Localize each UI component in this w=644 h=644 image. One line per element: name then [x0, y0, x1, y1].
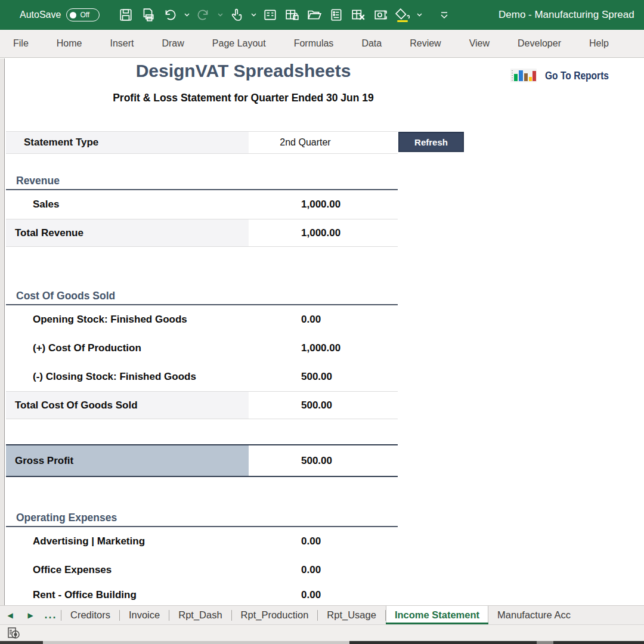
row-label: Rent - Office Building	[33, 589, 137, 601]
row-divider	[6, 419, 398, 419]
sheet-tab-rpt-usage[interactable]: Rpt_Usage	[318, 606, 385, 624]
row-label: Gross Profit	[15, 455, 73, 467]
ribbon-tab-bar: File Home Insert Draw Page Layout Formul…	[0, 30, 644, 58]
statement-row-gross-profit[interactable]: Gross Profit 500.00	[6, 445, 398, 476]
insert-object-icon[interactable]	[371, 6, 389, 24]
touch-mode-icon[interactable]	[228, 6, 246, 24]
row-value: 0.00	[301, 589, 321, 601]
sheet-tab-income-statement[interactable]: Income Statement	[386, 606, 488, 624]
row-label: Total Revenue	[15, 227, 83, 239]
bar-chart-icon	[510, 67, 537, 83]
report-subtitle: Profit & Loss Statement for Quarter Ende…	[72, 92, 415, 104]
quick-access-toolbar	[117, 0, 453, 30]
row-label: Opening Stock: Finished Goods	[33, 314, 187, 326]
row-value: 1,000.00	[301, 199, 340, 210]
gross-profit-bottom-border	[6, 476, 398, 477]
autosave-label: AutoSave	[20, 10, 61, 20]
ribbon-tab-formulas[interactable]: Formulas	[294, 38, 334, 49]
section-heading-revenue: Revenue	[16, 175, 60, 187]
statement-type-row: Statement Type 2nd Quarter	[6, 131, 398, 154]
tab-scroll-right-icon[interactable]: ▶	[20, 606, 41, 624]
statement-row-advertising[interactable]: Advertising | Marketing 0.00	[6, 527, 398, 556]
macro-record-icon[interactable]	[7, 627, 21, 642]
row-value: 0.00	[301, 314, 321, 326]
autosave-state: Off	[80, 11, 89, 19]
form-view-icon[interactable]	[261, 6, 279, 24]
statement-row-rent[interactable]: Rent - Office Building 0.00	[6, 584, 398, 606]
undo-icon[interactable]	[161, 6, 179, 24]
row-label: Sales	[33, 199, 59, 210]
status-bar	[0, 624, 644, 641]
statement-row-total-revenue[interactable]: Total Revenue 1,000.00	[6, 219, 398, 246]
go-to-reports-link[interactable]: Go To Reports	[510, 67, 623, 83]
ribbon-tab-view[interactable]: View	[469, 38, 490, 49]
customize-toolbar-icon[interactable]	[435, 6, 453, 24]
tab-scroll-left-icon[interactable]: ◀	[0, 606, 20, 624]
ribbon-tab-draw[interactable]: Draw	[162, 38, 184, 49]
redo-icon	[194, 6, 212, 24]
ribbon-tab-home[interactable]: Home	[57, 38, 82, 49]
properties-icon[interactable]	[327, 6, 345, 24]
row-value: 1,000.00	[301, 227, 340, 239]
statement-type-value[interactable]: 2nd Quarter	[249, 132, 362, 153]
go-to-reports-label: Go To Reports	[545, 69, 609, 82]
document-title: Demo - Manufacturing Spread	[499, 0, 634, 30]
ribbon-tab-developer[interactable]: Developer	[518, 38, 561, 49]
bottom-edge	[0, 641, 644, 644]
row-label: Total Cost Of Goods Sold	[15, 400, 138, 411]
touch-mode-dropdown-icon[interactable]	[250, 13, 257, 17]
autosave-toggle[interactable]: AutoSave Off	[20, 0, 100, 30]
delete-table-icon[interactable]	[349, 6, 367, 24]
ribbon-tab-page-layout[interactable]: Page Layout	[212, 38, 266, 49]
statement-row-sales[interactable]: Sales 1,000.00	[6, 190, 398, 219]
undo-dropdown-icon[interactable]	[183, 13, 190, 17]
ribbon-tab-review[interactable]: Review	[410, 38, 441, 49]
row-value: 500.00	[301, 400, 332, 411]
excel-window: AutoSave Off	[0, 0, 644, 644]
refresh-button[interactable]: Refresh	[398, 132, 464, 152]
row-label: Advertising | Marketing	[33, 535, 145, 547]
row-label: (-) Closing Stock: Finished Goods	[33, 371, 196, 383]
open-file-icon[interactable]	[305, 6, 323, 24]
section-heading-cogs: Cost Of Goods Sold	[16, 290, 115, 302]
statement-type-cell: Statement Type	[6, 132, 249, 153]
row-label: (+) Cost Of Production	[33, 342, 141, 354]
toggle-knob	[70, 12, 76, 18]
statement-row-opening-stock[interactable]: Opening Stock: Finished Goods 0.00	[6, 305, 398, 334]
protect-sheet-icon[interactable]	[283, 6, 301, 24]
section-heading-opex: Operating Expenses	[16, 512, 117, 524]
sheet-left-edge	[0, 58, 5, 605]
sheet-tab-creditors[interactable]: Creditors	[61, 606, 119, 624]
row-value: 0.00	[301, 564, 321, 576]
sheet-tab-manufacture-account[interactable]: Manufacture Acc	[488, 606, 580, 624]
fill-color-icon[interactable]	[394, 6, 411, 24]
print-preview-icon[interactable]	[139, 6, 157, 24]
report-title: DesignVAT Spreadsheets	[89, 61, 397, 81]
row-value: 1,000.00	[301, 342, 340, 354]
sheet-tab-rpt-dash[interactable]: Rpt_Dash	[169, 606, 231, 624]
row-value: 500.00	[301, 455, 332, 467]
statement-type-label: Statement Type	[24, 137, 98, 148]
ribbon-tab-data[interactable]: Data	[361, 38, 382, 49]
redo-dropdown-icon	[216, 13, 224, 17]
row-value: 0.00	[301, 535, 321, 547]
row-label: Office Expenses	[33, 564, 112, 576]
ribbon-tab-help[interactable]: Help	[589, 38, 609, 49]
statement-row-total-cogs[interactable]: Total Cost Of Goods Sold 500.00	[6, 392, 398, 419]
autosave-switch[interactable]: Off	[66, 8, 100, 21]
ribbon-tab-insert[interactable]: Insert	[110, 38, 134, 49]
title-bar: AutoSave Off	[0, 0, 644, 30]
sheet-tab-invoice[interactable]: Invoice	[120, 606, 169, 624]
save-icon[interactable]	[117, 6, 135, 24]
statement-row-cost-of-production[interactable]: (+) Cost Of Production 1,000.00	[6, 334, 398, 363]
row-value: 500.00	[301, 371, 332, 383]
sheet-tab-bar: ◀ ▶ ... Creditors Invoice Rpt_Dash Rpt_P…	[0, 605, 644, 624]
tab-overflow-ellipsis[interactable]: ...	[41, 606, 61, 624]
statement-row-office-expenses[interactable]: Office Expenses 0.00	[6, 556, 398, 584]
row-divider	[6, 246, 398, 247]
statement-row-closing-stock[interactable]: (-) Closing Stock: Finished Goods 500.00	[6, 363, 398, 391]
sheet-tab-rpt-production[interactable]: Rpt_Production	[232, 606, 318, 624]
ribbon-tab-file[interactable]: File	[13, 38, 29, 49]
fill-color-dropdown-icon[interactable]	[416, 13, 423, 17]
